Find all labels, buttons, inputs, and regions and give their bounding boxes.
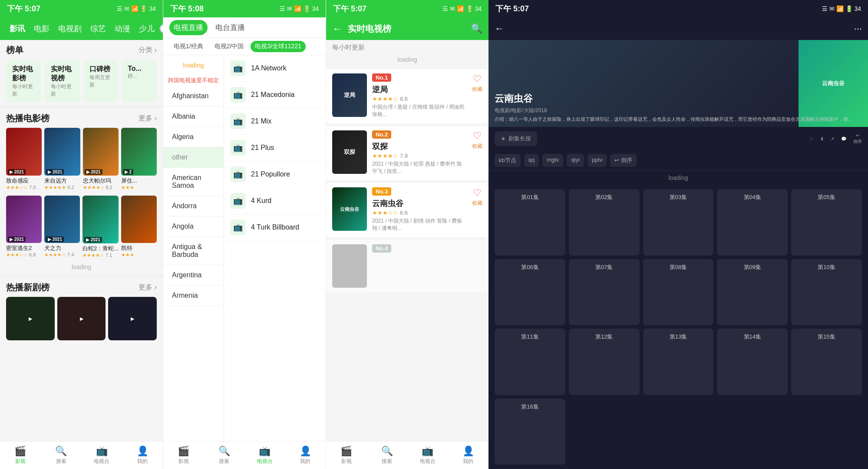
bottom-nav-3-tv[interactable]: 📺 电视台 <box>407 442 448 469</box>
movie-item-4[interactable]: ▶ 2021 密室逃生2★★★☆☆ 6.8 <box>6 196 42 259</box>
rank-item-2[interactable]: 云南虫谷 No.3 云南虫谷 ★★★☆☆6.6 2021 / 中国大陆 / 剧情… <box>326 183 488 237</box>
episode-06[interactable]: 第06集 <box>495 259 565 326</box>
channel-21pop[interactable]: 📺 21 Popullore <box>224 161 326 188</box>
channel-4kurd[interactable]: 📺 4 Kurd <box>224 188 326 214</box>
bottom-nav-yingshi[interactable]: 🎬 影视 <box>0 442 41 469</box>
episode-04[interactable]: 第04集 <box>717 189 788 256</box>
back-btn-4[interactable]: ← <box>495 23 504 34</box>
back-btn-3[interactable]: ← <box>332 23 343 35</box>
bottom-nav-2-search[interactable]: 🔍 搜索 <box>204 442 245 469</box>
download-action[interactable]: ⬇ <box>820 136 824 141</box>
source-qiyi[interactable]: qiyi <box>567 154 584 167</box>
country-albania[interactable]: Albania <box>163 106 224 127</box>
source-kb[interactable]: kb节点 <box>495 154 521 167</box>
country-armenia[interactable]: Armenia <box>163 286 224 306</box>
movie-item-2[interactable]: ▶ 2021 忠犬帕尔玛★★★★☆ 8.2 <box>83 128 119 190</box>
rank-card-0[interactable]: 实时电影榜 每小时更新 <box>6 60 41 102</box>
episode-01[interactable]: 第01集 <box>495 189 565 256</box>
fenlei-btn[interactable]: 分类 › <box>139 46 157 55</box>
tab-radio-live[interactable]: 电台直播 <box>211 20 249 35</box>
episode-08[interactable]: 第08集 <box>643 259 714 326</box>
channel-21plus[interactable]: 📺 21 Plus <box>224 135 326 161</box>
history-icon[interactable]: 🕐 <box>159 23 163 34</box>
source-qq[interactable]: qq <box>524 154 539 167</box>
bottom-nav-profile[interactable]: 👤 我的 <box>122 442 163 469</box>
country-antigua[interactable]: Antigua & Barbuda <box>163 237 224 265</box>
country-other[interactable]: other <box>163 147 224 168</box>
episode-12[interactable]: 第12集 <box>569 329 640 395</box>
movie-item-5[interactable]: ▶ 2021 犬之力★★★★☆ 7.4 <box>44 196 80 259</box>
sub-tab-1[interactable]: 电视1/经典 <box>169 41 208 52</box>
episode-13[interactable]: 第13集 <box>643 329 714 395</box>
bottom-nav-3-yingshi[interactable]: 🎬 影视 <box>326 442 367 469</box>
episode-16[interactable]: 第16集 <box>495 399 565 465</box>
episode-14[interactable]: 第14集 <box>717 329 788 395</box>
collect-btn-0[interactable]: ♡ 收藏 <box>472 73 482 93</box>
nav-item-少儿[interactable]: 少儿 <box>135 21 159 37</box>
nav-item-影讯[interactable]: 影讯 <box>5 21 30 37</box>
channel-21mac[interactable]: 📺 21 Macedonia <box>224 82 326 108</box>
bottom-nav-search[interactable]: 🔍 搜索 <box>41 442 82 469</box>
hot-movies-more[interactable]: 更多 › <box>139 114 157 123</box>
channel-4turk[interactable]: 📺 4 Turk Billboard <box>224 214 326 241</box>
movie-item-7[interactable]: 凯特★★★ <box>121 196 157 259</box>
status-icons-4: ☰ ✉ 📶 🔋 34 <box>822 5 861 12</box>
episode-15[interactable]: 第15集 <box>791 329 862 395</box>
nav-item-电影[interactable]: 电影 <box>30 21 54 37</box>
source-pptv[interactable]: pptv <box>587 154 607 167</box>
bottom-nav-2-profile[interactable]: 👤 我的 <box>285 442 326 469</box>
country-afghanistan[interactable]: Afghanistan <box>163 86 224 106</box>
rank-item-0[interactable]: 逆局 No.1 逆局 ★★★★☆8.6 中国台湾 / 悬疑 / 庄绚维 陈冠仲 … <box>326 69 488 123</box>
episode-02[interactable]: 第02集 <box>569 189 640 256</box>
episode-07[interactable]: 第07集 <box>569 259 640 326</box>
bottom-nav-3-profile[interactable]: 👤 我的 <box>448 442 489 469</box>
country-argentina[interactable]: Argentina <box>163 265 224 286</box>
episode-09[interactable]: 第09集 <box>717 259 788 326</box>
rank-item-1[interactable]: 双探 No.2 双探 ★★★★☆7.9 2021 / 中国大陆 / 犯罪 悬疑 … <box>326 126 488 180</box>
more-btn-4[interactable]: ··· <box>854 23 862 34</box>
movie-item-6[interactable]: ▶ 2021 白蛇2：青蛇...★★★★☆ 7.1 <box>83 196 119 259</box>
rank-item-3[interactable]: No.4 <box>326 240 488 292</box>
rank-card-3[interactable]: To... 榜... <box>122 60 157 102</box>
sub-tab-3[interactable]: 电视3/全球11221 <box>251 41 306 52</box>
bottom-nav-tv[interactable]: 📺 电视台 <box>82 442 122 469</box>
favorite-action[interactable]: ♡ <box>809 136 813 141</box>
country-andorra[interactable]: Andorra <box>163 196 224 216</box>
source-reverse[interactable]: ↩ 倒序 <box>610 154 637 167</box>
chat-action[interactable]: 💬 <box>841 136 846 141</box>
sub-tab-2[interactable]: 电视2/中国 <box>210 41 248 52</box>
bottom-nav-2-yingshi[interactable]: 🎬 影视 <box>163 442 204 469</box>
movie-item-0[interactable]: ▶ 2021 致命感应★★★☆☆ 7.0 <box>6 128 42 190</box>
movie-item-1[interactable]: ▶ 2021 来自远方★★★★★ 9.2 <box>44 128 80 190</box>
reverse-action[interactable]: ↩ 倒序 <box>853 133 862 145</box>
nav-item-电视剧[interactable]: 电视剧 <box>54 21 86 37</box>
loading-4: loading <box>488 171 868 185</box>
drama-item-0[interactable]: ▶ <box>6 297 55 340</box>
bottom-nav-2-tv[interactable]: 📺 电视台 <box>244 442 285 469</box>
tab-tv-live[interactable]: 电视直播 <box>169 20 208 35</box>
episode-10[interactable]: 第10集 <box>791 259 862 326</box>
nav-item-综艺[interactable]: 综艺 <box>86 21 110 37</box>
nav-item-动漫[interactable]: 动漫 <box>110 21 135 37</box>
bottom-nav-3-search[interactable]: 🔍 搜索 <box>367 442 408 469</box>
episode-05[interactable]: 第05集 <box>791 189 862 256</box>
hot-drama-more[interactable]: 更多 › <box>139 283 157 292</box>
episode-11[interactable]: 第11集 <box>495 329 565 395</box>
share-action[interactable]: ↗ <box>831 136 834 141</box>
drama-item-1[interactable]: ▶ <box>57 297 106 340</box>
rank-card-1[interactable]: 实时电视榜 每小时更新 <box>45 60 80 102</box>
movie-item-3[interactable]: ▶ 2 屏住...★★★ <box>121 128 157 190</box>
search-icon-3[interactable]: 🔍 <box>471 23 482 34</box>
channel-21mix[interactable]: 📺 21 Mix <box>224 108 326 135</box>
collect-btn-2[interactable]: ♡ 收藏 <box>472 187 482 207</box>
episode-03[interactable]: 第03集 <box>643 189 714 256</box>
drama-item-2[interactable]: ▶ <box>108 297 157 340</box>
channel-1a[interactable]: 📺 1A Network <box>224 55 326 82</box>
long-press-btn[interactable]: ☀ 剧集长按 <box>495 131 537 146</box>
country-american-samoa[interactable]: American Samoa <box>163 168 224 196</box>
country-algeria[interactable]: Algeria <box>163 127 224 147</box>
country-angola[interactable]: Angola <box>163 216 224 237</box>
rank-card-2[interactable]: 口碑榜 每周五更新 <box>83 60 119 102</box>
collect-btn-1[interactable]: ♡ 收藏 <box>472 130 482 150</box>
source-mgtv[interactable]: mgtv <box>542 154 563 167</box>
